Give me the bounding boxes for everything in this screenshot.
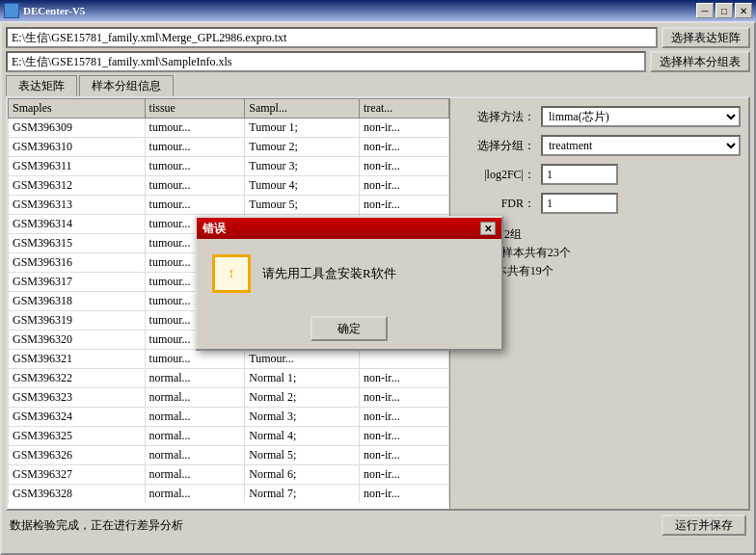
app-icon bbox=[4, 3, 19, 18]
dialog-body: ! 请先用工具盒安装R软件 bbox=[197, 239, 501, 308]
dialog-message: 请先用工具盒安装R软件 bbox=[262, 264, 396, 283]
dialog-title-bar: 错误 ✕ bbox=[197, 218, 501, 239]
title-bar: DECenter-V5 ─ □ ✕ bbox=[0, 0, 756, 21]
minimize-button[interactable]: ─ bbox=[696, 3, 714, 18]
confirm-button[interactable]: 确定 bbox=[310, 316, 388, 341]
window-controls: ─ □ ✕ bbox=[696, 3, 752, 18]
dialog-close-button[interactable]: ✕ bbox=[480, 222, 496, 235]
maximize-button[interactable]: □ bbox=[716, 3, 733, 18]
app-title: DECenter-V5 bbox=[23, 5, 696, 16]
dialog-overlay: 错误 ✕ ! 请先用工具盒安装R软件 确定 bbox=[2, 23, 754, 553]
dialog-title-text: 错误 bbox=[202, 221, 226, 237]
close-window-button[interactable]: ✕ bbox=[735, 3, 752, 18]
main-window: 选择表达矩阵 选择样本分组表 表达矩阵 样本分组信息 Smaples tissu… bbox=[0, 21, 756, 555]
warning-icon: ! bbox=[212, 254, 251, 293]
dialog-footer: 确定 bbox=[197, 308, 501, 349]
error-dialog: 错误 ✕ ! 请先用工具盒安装R软件 确定 bbox=[195, 216, 503, 351]
